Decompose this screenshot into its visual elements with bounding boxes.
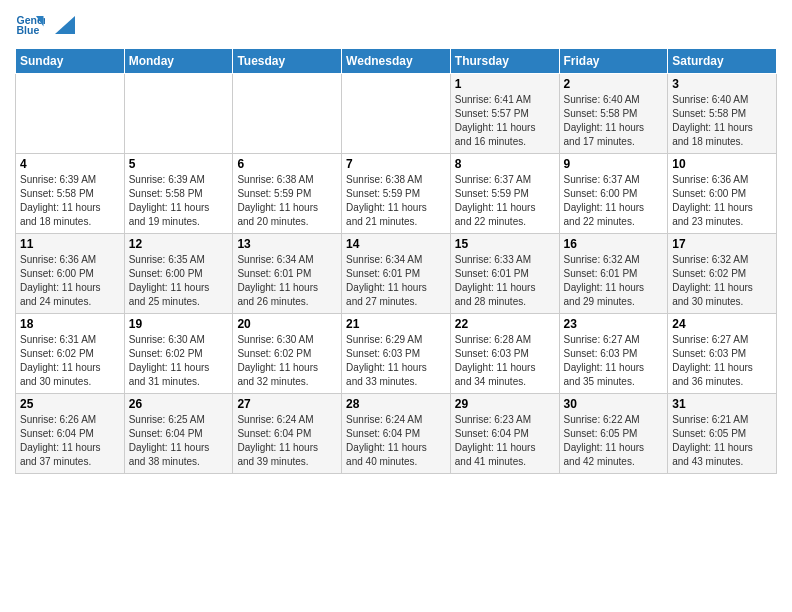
week-row-5: 25Sunrise: 6:26 AM Sunset: 6:04 PM Dayli… (16, 394, 777, 474)
day-number: 13 (237, 237, 337, 251)
day-info: Sunrise: 6:21 AM Sunset: 6:05 PM Dayligh… (672, 413, 772, 469)
day-cell: 22Sunrise: 6:28 AM Sunset: 6:03 PM Dayli… (450, 314, 559, 394)
header: General Blue (15, 10, 777, 40)
day-info: Sunrise: 6:23 AM Sunset: 6:04 PM Dayligh… (455, 413, 555, 469)
day-number: 8 (455, 157, 555, 171)
day-number: 4 (20, 157, 120, 171)
day-info: Sunrise: 6:39 AM Sunset: 5:58 PM Dayligh… (129, 173, 229, 229)
day-number: 1 (455, 77, 555, 91)
day-cell: 12Sunrise: 6:35 AM Sunset: 6:00 PM Dayli… (124, 234, 233, 314)
logo-triangle-icon (53, 14, 75, 36)
day-cell: 7Sunrise: 6:38 AM Sunset: 5:59 PM Daylig… (342, 154, 451, 234)
column-header-tuesday: Tuesday (233, 49, 342, 74)
header-row: SundayMondayTuesdayWednesdayThursdayFrid… (16, 49, 777, 74)
day-info: Sunrise: 6:37 AM Sunset: 6:00 PM Dayligh… (564, 173, 664, 229)
day-number: 23 (564, 317, 664, 331)
day-cell: 6Sunrise: 6:38 AM Sunset: 5:59 PM Daylig… (233, 154, 342, 234)
day-cell: 17Sunrise: 6:32 AM Sunset: 6:02 PM Dayli… (668, 234, 777, 314)
day-info: Sunrise: 6:38 AM Sunset: 5:59 PM Dayligh… (346, 173, 446, 229)
day-number: 9 (564, 157, 664, 171)
day-number: 22 (455, 317, 555, 331)
day-number: 27 (237, 397, 337, 411)
day-number: 11 (20, 237, 120, 251)
day-number: 25 (20, 397, 120, 411)
day-info: Sunrise: 6:25 AM Sunset: 6:04 PM Dayligh… (129, 413, 229, 469)
day-info: Sunrise: 6:27 AM Sunset: 6:03 PM Dayligh… (564, 333, 664, 389)
day-number: 7 (346, 157, 446, 171)
day-number: 16 (564, 237, 664, 251)
svg-marker-3 (55, 16, 75, 34)
day-number: 24 (672, 317, 772, 331)
day-number: 3 (672, 77, 772, 91)
week-row-2: 4Sunrise: 6:39 AM Sunset: 5:58 PM Daylig… (16, 154, 777, 234)
day-info: Sunrise: 6:24 AM Sunset: 6:04 PM Dayligh… (237, 413, 337, 469)
day-cell: 19Sunrise: 6:30 AM Sunset: 6:02 PM Dayli… (124, 314, 233, 394)
day-cell: 29Sunrise: 6:23 AM Sunset: 6:04 PM Dayli… (450, 394, 559, 474)
day-info: Sunrise: 6:24 AM Sunset: 6:04 PM Dayligh… (346, 413, 446, 469)
day-cell: 4Sunrise: 6:39 AM Sunset: 5:58 PM Daylig… (16, 154, 125, 234)
day-info: Sunrise: 6:36 AM Sunset: 6:00 PM Dayligh… (672, 173, 772, 229)
day-cell: 5Sunrise: 6:39 AM Sunset: 5:58 PM Daylig… (124, 154, 233, 234)
day-info: Sunrise: 6:22 AM Sunset: 6:05 PM Dayligh… (564, 413, 664, 469)
day-cell: 1Sunrise: 6:41 AM Sunset: 5:57 PM Daylig… (450, 74, 559, 154)
day-cell: 16Sunrise: 6:32 AM Sunset: 6:01 PM Dayli… (559, 234, 668, 314)
page: General Blue SundayMondayTuesdayWednesda… (0, 0, 792, 484)
day-cell (16, 74, 125, 154)
day-info: Sunrise: 6:39 AM Sunset: 5:58 PM Dayligh… (20, 173, 120, 229)
calendar-table: SundayMondayTuesdayWednesdayThursdayFrid… (15, 48, 777, 474)
day-info: Sunrise: 6:36 AM Sunset: 6:00 PM Dayligh… (20, 253, 120, 309)
day-number: 31 (672, 397, 772, 411)
day-info: Sunrise: 6:32 AM Sunset: 6:01 PM Dayligh… (564, 253, 664, 309)
column-header-sunday: Sunday (16, 49, 125, 74)
day-info: Sunrise: 6:41 AM Sunset: 5:57 PM Dayligh… (455, 93, 555, 149)
column-header-thursday: Thursday (450, 49, 559, 74)
week-row-4: 18Sunrise: 6:31 AM Sunset: 6:02 PM Dayli… (16, 314, 777, 394)
day-info: Sunrise: 6:29 AM Sunset: 6:03 PM Dayligh… (346, 333, 446, 389)
day-number: 2 (564, 77, 664, 91)
day-cell: 13Sunrise: 6:34 AM Sunset: 6:01 PM Dayli… (233, 234, 342, 314)
logo-icon: General Blue (15, 10, 45, 40)
column-header-friday: Friday (559, 49, 668, 74)
day-cell: 21Sunrise: 6:29 AM Sunset: 6:03 PM Dayli… (342, 314, 451, 394)
day-number: 17 (672, 237, 772, 251)
day-cell: 27Sunrise: 6:24 AM Sunset: 6:04 PM Dayli… (233, 394, 342, 474)
day-cell: 14Sunrise: 6:34 AM Sunset: 6:01 PM Dayli… (342, 234, 451, 314)
day-info: Sunrise: 6:35 AM Sunset: 6:00 PM Dayligh… (129, 253, 229, 309)
day-info: Sunrise: 6:30 AM Sunset: 6:02 PM Dayligh… (237, 333, 337, 389)
week-row-1: 1Sunrise: 6:41 AM Sunset: 5:57 PM Daylig… (16, 74, 777, 154)
day-number: 12 (129, 237, 229, 251)
day-cell (233, 74, 342, 154)
day-info: Sunrise: 6:33 AM Sunset: 6:01 PM Dayligh… (455, 253, 555, 309)
day-cell: 23Sunrise: 6:27 AM Sunset: 6:03 PM Dayli… (559, 314, 668, 394)
day-number: 18 (20, 317, 120, 331)
day-cell (342, 74, 451, 154)
day-number: 14 (346, 237, 446, 251)
day-cell: 8Sunrise: 6:37 AM Sunset: 5:59 PM Daylig… (450, 154, 559, 234)
day-info: Sunrise: 6:38 AM Sunset: 5:59 PM Dayligh… (237, 173, 337, 229)
day-number: 21 (346, 317, 446, 331)
day-cell: 11Sunrise: 6:36 AM Sunset: 6:00 PM Dayli… (16, 234, 125, 314)
column-header-saturday: Saturday (668, 49, 777, 74)
day-info: Sunrise: 6:32 AM Sunset: 6:02 PM Dayligh… (672, 253, 772, 309)
day-number: 20 (237, 317, 337, 331)
day-cell: 10Sunrise: 6:36 AM Sunset: 6:00 PM Dayli… (668, 154, 777, 234)
week-row-3: 11Sunrise: 6:36 AM Sunset: 6:00 PM Dayli… (16, 234, 777, 314)
svg-text:Blue: Blue (17, 24, 40, 36)
day-number: 15 (455, 237, 555, 251)
column-header-wednesday: Wednesday (342, 49, 451, 74)
day-info: Sunrise: 6:28 AM Sunset: 6:03 PM Dayligh… (455, 333, 555, 389)
column-header-monday: Monday (124, 49, 233, 74)
day-cell: 2Sunrise: 6:40 AM Sunset: 5:58 PM Daylig… (559, 74, 668, 154)
day-cell: 28Sunrise: 6:24 AM Sunset: 6:04 PM Dayli… (342, 394, 451, 474)
day-info: Sunrise: 6:40 AM Sunset: 5:58 PM Dayligh… (672, 93, 772, 149)
day-cell: 15Sunrise: 6:33 AM Sunset: 6:01 PM Dayli… (450, 234, 559, 314)
day-cell: 30Sunrise: 6:22 AM Sunset: 6:05 PM Dayli… (559, 394, 668, 474)
day-cell: 18Sunrise: 6:31 AM Sunset: 6:02 PM Dayli… (16, 314, 125, 394)
day-info: Sunrise: 6:26 AM Sunset: 6:04 PM Dayligh… (20, 413, 120, 469)
day-info: Sunrise: 6:30 AM Sunset: 6:02 PM Dayligh… (129, 333, 229, 389)
day-info: Sunrise: 6:31 AM Sunset: 6:02 PM Dayligh… (20, 333, 120, 389)
day-number: 29 (455, 397, 555, 411)
day-info: Sunrise: 6:37 AM Sunset: 5:59 PM Dayligh… (455, 173, 555, 229)
day-number: 6 (237, 157, 337, 171)
day-number: 30 (564, 397, 664, 411)
